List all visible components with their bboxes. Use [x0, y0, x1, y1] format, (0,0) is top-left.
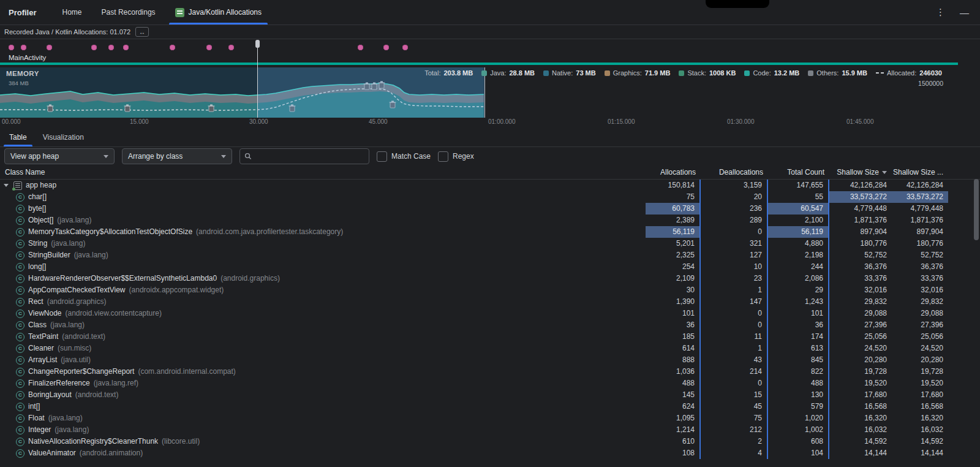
- cell-shallow-size: 4,779,448: [829, 203, 892, 215]
- search-field[interactable]: [239, 148, 369, 164]
- cell-deallocations: 4: [701, 447, 768, 459]
- activity-event-dot[interactable]: [383, 45, 389, 50]
- activity-event-dot[interactable]: [123, 45, 129, 50]
- table-row[interactable]: Cbyte[]60,78323660,5474,779,4484,779,448: [0, 203, 980, 215]
- cell-total-count: 1,020: [768, 412, 829, 424]
- table-scrollbar[interactable]: [974, 179, 979, 465]
- cell-allocations: 185: [646, 331, 701, 343]
- search-input[interactable]: [255, 151, 364, 161]
- class-icon: C: [16, 286, 24, 295]
- minimize-icon[interactable]: —: [960, 7, 969, 18]
- table-row[interactable]: Clong[]2541024436,37636,376: [0, 261, 980, 273]
- class-name: NativeAllocationRegistry$CleanerThunk: [28, 436, 158, 447]
- table-row[interactable]: CFinalizerReference(java.lang.ref)488048…: [0, 378, 980, 389]
- cell-total-count: 579: [768, 401, 829, 412]
- class-icon: C: [16, 240, 24, 248]
- table-row[interactable]: Cchar[]75205533,573,27233,573,272: [0, 191, 980, 203]
- cell-class-name: Cint[]: [0, 401, 646, 412]
- class-name: ViewNode: [28, 308, 61, 319]
- column-header-allocations[interactable]: Allocations: [646, 168, 701, 177]
- scrollbar-thumb[interactable]: [974, 179, 979, 240]
- column-header-deallocations[interactable]: Deallocations: [701, 168, 768, 177]
- column-header-total-count[interactable]: Total Count: [768, 168, 829, 177]
- cell-shallow-size: 33,573,272: [829, 191, 892, 203]
- cell-allocations: 145: [646, 389, 701, 401]
- activity-event-dot[interactable]: [170, 45, 175, 50]
- match-case-checkbox[interactable]: Match Case: [377, 151, 431, 162]
- activity-event-dot[interactable]: [228, 45, 234, 50]
- table-row[interactable]: CChangeReporter$ChangeReport(com.android…: [0, 366, 980, 378]
- table-row[interactable]: CInteger(java.lang)1,2142121,00216,03216…: [0, 424, 980, 436]
- table-row[interactable]: CAppCompatCheckedTextView(androidx.appco…: [0, 284, 980, 296]
- playhead[interactable]: [257, 40, 258, 118]
- table-row[interactable]: CClass(java.lang)3603627,39627,396: [0, 319, 980, 331]
- cell-deallocations: 15: [701, 389, 768, 401]
- table-row[interactable]: CTextPaint(android.text)1851117425,05625…: [0, 331, 980, 343]
- package-name: (android.text): [62, 331, 105, 343]
- memory-track-label: MEMORY: [6, 70, 39, 77]
- activity-event-dot[interactable]: [21, 45, 26, 50]
- legend-item: Stack:1008 KB: [679, 69, 736, 77]
- cell-deallocations: 10: [701, 261, 768, 273]
- cell-total-count: 2,086: [768, 273, 829, 284]
- activity-event-dot[interactable]: [47, 45, 52, 50]
- table-row[interactable]: CNativeAllocationRegistry$CleanerThunk(l…: [0, 436, 980, 447]
- cell-allocations: 488: [646, 378, 701, 389]
- activity-event-dot[interactable]: [402, 45, 408, 50]
- cell-shallow-size-2: 16,568: [892, 401, 948, 412]
- tab-visualization[interactable]: Visualization: [35, 128, 92, 146]
- activity-event-dot[interactable]: [9, 45, 14, 50]
- cell-shallow-size: 29,832: [829, 296, 892, 308]
- column-header-shallow-size[interactable]: Shallow Size: [829, 168, 892, 177]
- table-row[interactable]: CHardwareRendererObserver$$ExternalSynth…: [0, 273, 980, 284]
- package-name: (android.com.java.profilertester.taskcat…: [196, 226, 343, 238]
- cell-class-name: CNativeAllocationRegistry$CleanerThunk(l…: [0, 436, 646, 447]
- table-row[interactable]: CObject[](java.lang)2,3892892,1001,871,3…: [0, 215, 980, 226]
- activity-event-dot[interactable]: [91, 45, 97, 50]
- cell-deallocations: 1: [701, 284, 768, 296]
- table-row[interactable]: CMemoryTaskCategory$AllocationTestObject…: [0, 226, 980, 238]
- sort-desc-icon: [882, 171, 887, 174]
- class-name: byte[]: [28, 203, 46, 215]
- table-row[interactable]: Cint[]6244557916,56816,568: [0, 401, 980, 412]
- table-row[interactable]: CRect(android.graphics)1,3901471,24329,8…: [0, 296, 980, 308]
- table-row[interactable]: CBoringLayout(android.text)1451513017,68…: [0, 389, 980, 401]
- expander-icon[interactable]: [4, 184, 9, 187]
- table-row[interactable]: CViewNode(android.view.contentcapture)10…: [0, 308, 980, 319]
- table-row[interactable]: CArrayList(java.util)8884384520,28020,28…: [0, 354, 980, 366]
- tab-home[interactable]: Home: [53, 0, 92, 25]
- cell-total-count: 174: [768, 331, 829, 343]
- cell-allocations: 2,109: [646, 273, 701, 284]
- table-row[interactable]: app heap150,8143,159147,65542,126,28442,…: [0, 180, 980, 191]
- playhead-handle[interactable]: [255, 40, 260, 48]
- cell-deallocations: 45: [701, 401, 768, 412]
- class-icon: C: [16, 251, 24, 260]
- activity-event-dot[interactable]: [108, 45, 114, 50]
- table-row[interactable]: CString(java.lang)5,2013214,880180,77618…: [0, 238, 980, 249]
- package-name: (java.lang): [50, 319, 85, 331]
- column-header-shallow-size-2[interactable]: Shallow Size ...: [892, 168, 948, 177]
- tab-past-recordings[interactable]: Past Recordings: [92, 0, 165, 25]
- table-row[interactable]: CCleaner(sun.misc)614161324,52024,520: [0, 343, 980, 354]
- table-header: Class Name Allocations Deallocations Tot…: [0, 165, 980, 180]
- cell-class-name: CStringBuilder(java.lang): [0, 249, 646, 261]
- heap-dropdown[interactable]: View app heap: [4, 148, 115, 164]
- column-header-class-name[interactable]: Class Name: [0, 168, 646, 177]
- regex-checkbox[interactable]: Regex: [438, 151, 474, 162]
- cell-shallow-size-2: 52,752: [892, 249, 948, 261]
- zoom-to-selection-button[interactable]: ↔: [135, 27, 149, 37]
- checkbox-box: [438, 151, 448, 162]
- cell-shallow-size-2: 19,520: [892, 378, 948, 389]
- cell-deallocations: 23: [701, 273, 768, 284]
- table-row[interactable]: CFloat(java.lang)1,095751,02016,32016,32…: [0, 412, 980, 424]
- tab-table[interactable]: Table: [1, 128, 35, 146]
- legend-swatch: [605, 70, 610, 76]
- more-options-icon[interactable]: ⋮: [936, 7, 945, 18]
- table-row[interactable]: CStringBuilder(java.lang)2,3251272,19852…: [0, 249, 980, 261]
- arrange-dropdown[interactable]: Arrange by class: [122, 148, 232, 164]
- table-row[interactable]: CValueAnimator(android.animation)1084104…: [0, 447, 980, 459]
- cell-total-count: 101: [768, 308, 829, 319]
- activity-event-dot[interactable]: [206, 45, 212, 50]
- activity-event-dot[interactable]: [358, 45, 363, 50]
- tab-java-kotlin-allocations[interactable]: Java/Kotlin Allocations: [165, 0, 271, 25]
